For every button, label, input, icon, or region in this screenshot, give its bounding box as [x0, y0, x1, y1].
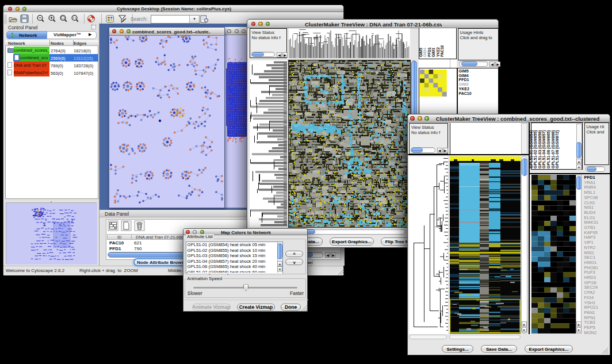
- svg-text:1:1: 1:1: [72, 17, 76, 20]
